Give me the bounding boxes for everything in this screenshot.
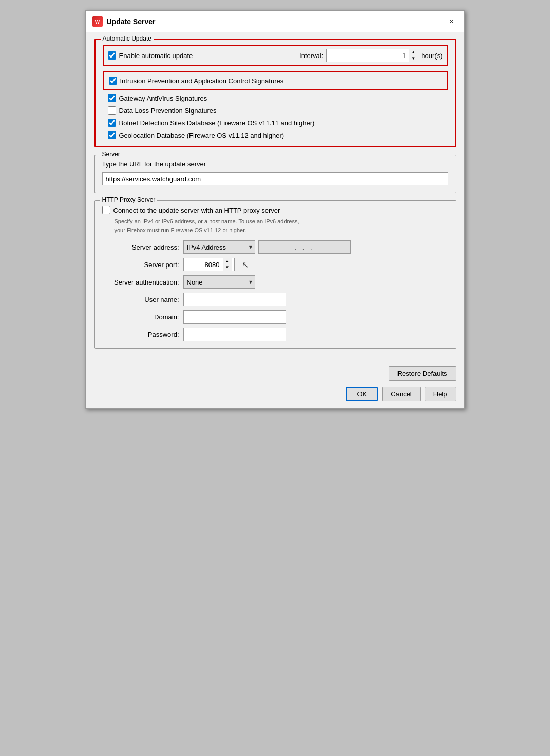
http-proxy-connect-checkbox[interactable] xyxy=(102,206,110,214)
interval-spinner-buttons: ▲ ▼ xyxy=(409,49,418,62)
data-loss-prevention-text: Data Loss Prevention Signatures xyxy=(119,107,217,115)
password-label: Password: xyxy=(107,331,179,338)
server-port-label: Server port: xyxy=(107,261,179,269)
close-button[interactable]: × xyxy=(446,15,458,28)
server-url-input[interactable] xyxy=(102,172,448,185)
update-server-window: W Update Server × Automatic Update Enabl… xyxy=(85,10,465,409)
proxy-description: Specify an IPv4 or IPv6 address, or a ho… xyxy=(115,217,448,234)
server-address-control: IPv4 Address IPv6 Address Host Name . . … xyxy=(183,240,448,254)
server-port-control: ▲ ▼ ↖ xyxy=(183,258,448,271)
interval-increment-button[interactable]: ▲ xyxy=(409,49,418,55)
title-bar-left: W Update Server xyxy=(92,16,156,27)
proxy-fields: Server address: IPv4 Address IPv6 Addres… xyxy=(107,240,448,341)
title-bar: W Update Server × xyxy=(86,11,464,32)
port-increment-button[interactable]: ▲ xyxy=(223,258,232,264)
hours-label: hour(s) xyxy=(421,52,442,60)
domain-label: Domain: xyxy=(107,313,179,321)
geolocation-text: Geolocation Database (Fireware OS v11.12… xyxy=(119,131,285,139)
user-name-label: User name: xyxy=(107,296,179,304)
gateway-antivirus-checkbox[interactable] xyxy=(108,94,116,102)
interval-spinner: ▲ ▼ xyxy=(326,49,418,62)
automatic-update-group: Automatic Update Enable automatic update… xyxy=(94,39,456,147)
botnet-detection-text: Botnet Detection Sites Database (Firewar… xyxy=(119,119,315,127)
geolocation-label[interactable]: Geolocation Database (Fireware OS v11.12… xyxy=(108,131,448,139)
cancel-button[interactable]: Cancel xyxy=(382,387,420,401)
intrusion-prevention-text: Intrusion Prevention and Application Con… xyxy=(120,77,284,85)
server-address-label: Server address: xyxy=(107,243,179,251)
http-proxy-connect-label[interactable]: Connect to the update server with an HTT… xyxy=(102,206,448,214)
ip-dots: . . . xyxy=(294,243,314,251)
gateway-antivirus-text: Gateway AntiVirus Signatures xyxy=(119,94,207,102)
user-name-control xyxy=(183,293,448,306)
automatic-update-label: Automatic Update xyxy=(101,35,154,42)
intrusion-prevention-checkbox[interactable] xyxy=(109,77,117,85)
geolocation-checkbox[interactable] xyxy=(108,131,116,139)
gateway-antivirus-label[interactable]: Gateway AntiVirus Signatures xyxy=(108,94,448,102)
restore-defaults-button[interactable]: Restore Defaults xyxy=(389,366,456,381)
port-decrement-button[interactable]: ▼ xyxy=(223,264,232,271)
server-port-input[interactable] xyxy=(184,258,223,271)
interval-label: Interval: xyxy=(299,52,323,60)
port-spinner-buttons: ▲ ▼ xyxy=(223,258,232,271)
domain-control xyxy=(183,310,448,324)
data-loss-prevention-label[interactable]: Data Loss Prevention Signatures xyxy=(108,106,448,115)
interval-input[interactable] xyxy=(327,49,409,62)
http-proxy-label: HTTP Proxy Server xyxy=(100,196,158,203)
intrusion-prevention-label[interactable]: Intrusion Prevention and Application Con… xyxy=(109,77,442,85)
server-group: Server Type the URL for the update serve… xyxy=(94,155,456,193)
restore-defaults-row: Restore Defaults xyxy=(86,362,464,383)
user-name-input[interactable] xyxy=(183,293,286,306)
enable-auto-update-checkbox[interactable] xyxy=(108,51,116,60)
server-auth-wrapper: None Basic NTLM xyxy=(183,275,255,289)
main-content: Automatic Update Enable automatic update… xyxy=(86,32,464,362)
cursor-indicator: ↖ xyxy=(242,260,249,270)
intrusion-prevention-box: Intrusion Prevention and Application Con… xyxy=(103,71,448,90)
server-address-type-select[interactable]: IPv4 Address IPv6 Address Host Name xyxy=(183,240,255,254)
server-auth-control: None Basic NTLM xyxy=(183,275,448,289)
password-control xyxy=(183,328,448,341)
dialog-buttons: OK Cancel Help xyxy=(86,383,464,408)
enable-auto-update-label[interactable]: Enable automatic update xyxy=(108,51,193,60)
auto-update-row: Enable automatic update Interval: ▲ ▼ ho… xyxy=(103,45,448,66)
server-group-label: Server xyxy=(100,150,122,158)
interval-group: Interval: ▲ ▼ hour(s) xyxy=(299,49,442,62)
password-input[interactable] xyxy=(183,328,286,341)
botnet-detection-label[interactable]: Botnet Detection Sites Database (Firewar… xyxy=(108,119,448,127)
domain-input[interactable] xyxy=(183,310,286,324)
server-description: Type the URL for the update server xyxy=(102,160,448,168)
http-proxy-group: HTTP Proxy Server Connect to the update … xyxy=(94,200,456,349)
server-port-spinner: ▲ ▼ xyxy=(183,258,235,271)
ip-address-input[interactable]: . . . xyxy=(258,240,351,254)
enable-auto-update-text: Enable automatic update xyxy=(119,52,193,60)
server-auth-select[interactable]: None Basic NTLM xyxy=(183,275,255,289)
http-proxy-connect-text: Connect to the update server with an HTT… xyxy=(113,206,280,214)
data-loss-prevention-checkbox[interactable] xyxy=(108,106,116,115)
server-auth-label: Server authentication: xyxy=(107,278,179,286)
ok-button[interactable]: OK xyxy=(346,387,378,401)
window-title: Update Server xyxy=(107,17,156,26)
botnet-detection-checkbox[interactable] xyxy=(108,119,116,127)
interval-decrement-button[interactable]: ▼ xyxy=(409,55,418,62)
app-icon: W xyxy=(92,16,103,27)
server-address-type-wrapper: IPv4 Address IPv6 Address Host Name xyxy=(183,240,255,254)
help-button[interactable]: Help xyxy=(425,387,456,401)
